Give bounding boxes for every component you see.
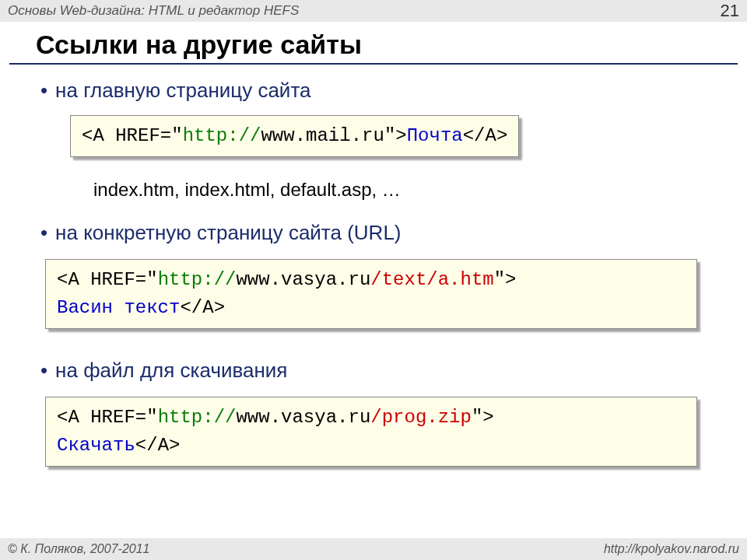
footer-copyright: © К. Поляков, 2007-2011 <box>8 542 149 556</box>
code-midquote: "> <box>472 407 494 428</box>
bullet-3: • на файл для скачивания <box>40 359 747 383</box>
code-close: </A> <box>463 125 508 146</box>
code-box-2: <A HREF="http://www.vasya.ru/text/a.htm"… <box>45 259 697 329</box>
code-protocol: http:// <box>158 269 237 290</box>
bullet-2-text: на конкретную страницу сайта (URL) <box>55 221 401 245</box>
code-close: </A> <box>180 297 225 318</box>
code-linktext: Почта <box>407 125 463 146</box>
code-protocol: http:// <box>158 407 237 428</box>
code-prefix: <A HREF=" <box>57 269 158 290</box>
code-prefix: <A HREF=" <box>82 125 183 146</box>
bullet-1-text: на главную страницу сайта <box>55 79 310 103</box>
code-midquote: "> <box>384 125 407 146</box>
code-host: www.mail.ru <box>261 125 384 146</box>
note-line: index.htm, index.html, default.asp, … <box>93 179 747 201</box>
code-box-1: <A HREF="http://www.mail.ru">Почта</A> <box>70 115 519 157</box>
bullet-icon: • <box>40 360 47 380</box>
title-underline <box>9 63 738 65</box>
bullet-1: • на главную страницу сайта <box>40 79 747 103</box>
header-title: Основы Web-дизайна: HTML и редактор HEFS <box>8 3 299 19</box>
footer-url: http://kpolyakov.narod.ru <box>604 542 739 556</box>
header-bar: Основы Web-дизайна: HTML и редактор HEFS… <box>0 0 747 22</box>
code-prefix: <A HREF=" <box>57 407 158 428</box>
code-midquote: "> <box>494 269 517 290</box>
bullet-icon: • <box>40 222 47 243</box>
footer-bar: © К. Поляков, 2007-2011 http://kpolyakov… <box>0 538 747 560</box>
code-close: </A> <box>135 435 181 456</box>
bullet-2: • на конкретную страницу сайта (URL) <box>40 221 747 245</box>
code-protocol: http:// <box>183 125 261 146</box>
bullet-icon: • <box>40 80 47 100</box>
page-number: 21 <box>721 1 739 21</box>
bullet-3-text: на файл для скачивания <box>55 359 287 383</box>
code-linktext: Скачать <box>57 435 135 456</box>
slide-title: Ссылки на другие сайты <box>36 30 747 60</box>
code-path: /text/a.htm <box>370 269 493 290</box>
code-host: www.vasya.ru <box>236 269 370 290</box>
code-path: /prog.zip <box>370 407 472 428</box>
code-linktext: Васин текст <box>57 297 180 318</box>
code-host: www.vasya.ru <box>236 407 370 428</box>
code-box-3: <A HREF="http://www.vasya.ru/prog.zip">С… <box>45 397 697 467</box>
